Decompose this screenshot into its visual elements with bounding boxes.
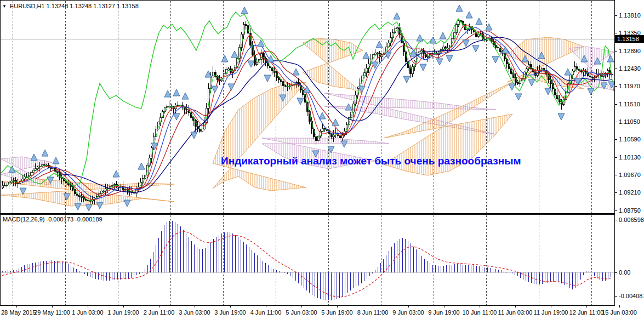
price-axis-label: 1.11050 [619, 118, 640, 125]
time-axis-label: 10 Jun 11:00 [463, 309, 497, 316]
mt4-chart-window: 1.138101.133501.128901.124301.119701.115… [0, 0, 644, 319]
time-axis-label: 11 Jun 03:00 [498, 309, 533, 316]
price-axis-label: 1.11970 [619, 83, 640, 89]
macd-axis-label: 0.006598 [619, 217, 644, 223]
price-axis-label: 1.12430 [619, 65, 641, 72]
time-axis-label: 5 Jun 03:00 [286, 309, 317, 316]
price-axis-label: 1.12890 [619, 48, 641, 54]
time-axis-label: 2 Jun 11:00 [144, 309, 175, 316]
price-axis-label: 1.13810 [619, 12, 641, 19]
symbol-dropdown-icon: ▼ [2, 4, 7, 9]
time-axis-label: 29 May 11:00 [34, 309, 70, 316]
time-axis-label: 3 Jun 03:00 [179, 309, 210, 316]
chart-header: ▼EURUSD,H1 1.13248 1.13248 1.13127 1.131… [2, 3, 139, 9]
symbol-ohlc-label: EURUSD,H1 1.13248 1.13248 1.13127 1.1315… [10, 3, 139, 9]
time-axis-label: 1 Jun 19:00 [107, 309, 139, 316]
price-axis-label: 1.09670 [619, 172, 641, 178]
time-axis-label: 5 Jun 19:00 [321, 309, 353, 316]
time-axis-label: 1 Jun 03:00 [72, 309, 104, 316]
price-axis-label: 1.11510 [619, 101, 640, 107]
price-axis-label: 1.08750 [619, 207, 641, 214]
chart-annotation-text: Индикаторный анализ может быть очень раз… [221, 155, 521, 167]
time-axis-label: 11 Jun 19:00 [534, 309, 568, 316]
macd-indicator-label: MACD(12,26,9) -0.000173 -0.000189 [3, 216, 102, 223]
time-axis-label: 9 Jun 19:00 [428, 309, 460, 316]
time-axis-label: 4 Jun 11:00 [250, 309, 282, 316]
time-axis-label: 28 May 2015 [1, 309, 36, 316]
macd-axis-label: -0.004087 [619, 293, 644, 299]
current-price-value: 1.13158 [617, 36, 639, 42]
time-axis-label: 12 Jun 11:00 [569, 309, 604, 316]
price-axis-label: 1.09210 [619, 189, 641, 196]
price-axis-label: 1.10130 [619, 154, 641, 161]
time-axis-label: 8 Jun 11:00 [357, 309, 389, 316]
macd-axis-label: 0.00 [619, 269, 630, 276]
time-axis-label: 9 Jun 03:00 [392, 309, 424, 316]
time-axis-label: 15 Jun 03:00 [602, 309, 637, 316]
price-axis-label: 1.10590 [619, 136, 641, 143]
time-axis-label: 3 Jun 19:00 [214, 309, 246, 316]
